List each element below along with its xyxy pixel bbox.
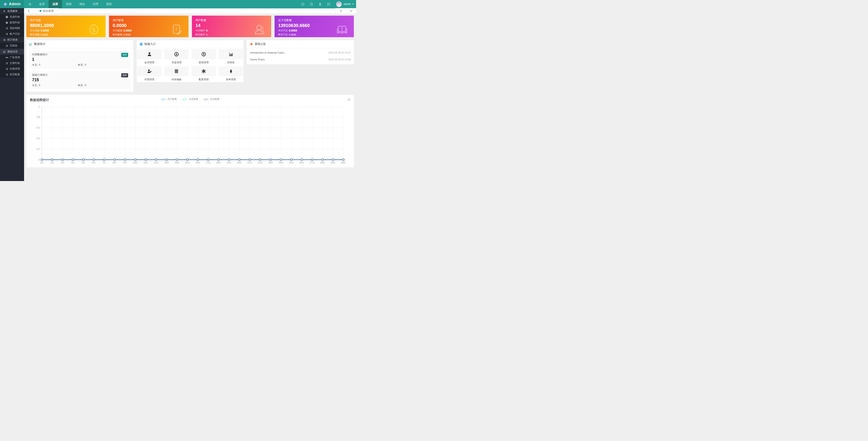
trend-chart-panel: 数据趋势统计 用户数量 充值数量 提现数量 00.20.40.60.811日2日… bbox=[26, 95, 354, 167]
svg-text:23日: 23日 bbox=[268, 161, 273, 164]
tab-scroll-right-button[interactable] bbox=[335, 8, 346, 13]
stat-card-row: 用户充值 88081.0000 今日充值0.0000 昨日充值0.0000 用户… bbox=[26, 15, 354, 37]
sidebar-item-category-management[interactable]: 分类管理 bbox=[0, 66, 24, 72]
sidebar-item-recharge-list[interactable]: 充值列表 bbox=[0, 14, 24, 20]
sidebar-group-basic-info[interactable]: 基础信息 bbox=[0, 49, 24, 55]
list-icon bbox=[3, 39, 6, 41]
download-icon bbox=[347, 98, 351, 101]
legend-marker bbox=[203, 98, 209, 100]
agent-count-stat: 代理数量统计 实时 1 今天:0 昨天:0 bbox=[29, 51, 131, 69]
svg-text:10日: 10日 bbox=[133, 161, 138, 164]
announcement-item[interactable]: Game Rules 2022-05-25 07:14:39 bbox=[250, 56, 351, 63]
list-icon bbox=[5, 68, 8, 70]
svg-text:6日: 6日 bbox=[92, 161, 96, 164]
chart-download-button[interactable] bbox=[347, 98, 351, 102]
svg-text:15日: 15日 bbox=[185, 161, 190, 164]
quick-entry-recharge[interactable]: 充值管理 bbox=[164, 49, 189, 64]
sidebar-subgroup: 日报表 bbox=[0, 43, 24, 49]
sidebar-item-account-log[interactable]: 账户日志 bbox=[0, 31, 24, 37]
top-navbar: Admin 会员 运营 游戏 地址 代理 系统 admin bbox=[0, 0, 356, 8]
svg-text:5日: 5日 bbox=[82, 161, 85, 164]
recharge-icon bbox=[174, 52, 179, 57]
quick-entry-withdraw[interactable]: 提现管理 bbox=[191, 49, 216, 64]
sidebar-item-transfer-detail[interactable]: 划转明细 bbox=[0, 25, 24, 31]
quick-entry-panel: 快捷入口 会员管理 充值管理 提现管理 日报表 代理管理 内容编辑 配置管理 菜… bbox=[137, 40, 244, 82]
refresh-icon bbox=[310, 2, 313, 6]
site-button[interactable] bbox=[299, 0, 307, 8]
sidebar-group-statistics[interactable]: 统计报表 bbox=[0, 37, 24, 43]
svg-text:16日: 16日 bbox=[195, 161, 200, 164]
user-outline-icon bbox=[253, 24, 265, 35]
list-icon bbox=[5, 27, 8, 30]
clear-cache-button[interactable] bbox=[316, 0, 324, 8]
hamburger-icon bbox=[28, 2, 31, 6]
list-icon bbox=[5, 62, 8, 65]
menu-tree-icon bbox=[228, 69, 234, 74]
svg-text:7日: 7日 bbox=[102, 161, 106, 164]
quick-entry-daily-report[interactable]: 日报表 bbox=[219, 49, 243, 64]
list-icon bbox=[5, 33, 8, 35]
dollar-icon bbox=[88, 24, 100, 35]
hexagon-icon bbox=[301, 2, 305, 6]
stat-card-user-recharge: 用户充值 88081.0000 今日充值0.0000 昨日充值0.0000 bbox=[26, 15, 105, 37]
nav-item-game[interactable]: 游戏 bbox=[62, 0, 75, 8]
quick-entry-agent[interactable]: 代理管理 bbox=[137, 66, 162, 81]
svg-text:0: 0 bbox=[38, 159, 40, 161]
fullscreen-button[interactable] bbox=[324, 0, 333, 8]
tab-home[interactable]: 后台首页 bbox=[34, 8, 59, 13]
svg-text:30日: 30日 bbox=[341, 161, 346, 164]
menu-collapse-button[interactable] bbox=[24, 0, 35, 8]
legend-recharge-count[interactable]: 充值数量 bbox=[182, 98, 198, 101]
legend-withdraw-count[interactable]: 提现数量 bbox=[203, 98, 220, 101]
sidebar-subgroup: 广告管理 文章列表 分类管理 语言配置 bbox=[0, 55, 24, 77]
svg-text:13日: 13日 bbox=[164, 161, 169, 164]
sidebar-item-language-config[interactable]: 语言配置 bbox=[0, 72, 24, 77]
svg-text:21日: 21日 bbox=[247, 161, 252, 164]
brand-name: Admin bbox=[9, 2, 21, 6]
panel-title: 数据统计 bbox=[34, 42, 45, 46]
app-logo[interactable]: Admin bbox=[0, 0, 24, 8]
sidebar-item-withdraw-list[interactable]: 提现列表 bbox=[0, 20, 24, 25]
avatar-image bbox=[336, 1, 342, 7]
svg-text:20日: 20日 bbox=[237, 161, 242, 164]
bitcoin-icon bbox=[3, 10, 6, 12]
tab-spacer bbox=[59, 8, 335, 13]
refresh-button[interactable] bbox=[307, 0, 316, 8]
quick-entry-config[interactable]: 配置管理 bbox=[191, 66, 216, 81]
svg-text:29日: 29日 bbox=[331, 161, 335, 164]
quick-entry-content[interactable]: 内容编辑 bbox=[164, 66, 189, 81]
agent-icon bbox=[147, 69, 152, 74]
sidebar-item-ad-management[interactable]: 广告管理 bbox=[0, 55, 24, 60]
user-menu[interactable]: admin bbox=[343, 2, 354, 6]
tab-menu-button[interactable] bbox=[346, 8, 356, 13]
game-order-stat: 游戏订单统计 实时 715 今天:0 昨天:0 bbox=[29, 71, 131, 89]
nav-item-address[interactable]: 地址 bbox=[75, 0, 89, 8]
nav-item-operation[interactable]: 运营 bbox=[49, 0, 62, 8]
user-avatar[interactable] bbox=[336, 1, 342, 7]
chevron-left-icon bbox=[28, 10, 30, 12]
tab-scroll-left-button[interactable] bbox=[24, 8, 34, 13]
svg-text:0.8: 0.8 bbox=[37, 116, 40, 118]
svg-text:3日: 3日 bbox=[61, 161, 64, 164]
svg-text:19日: 19日 bbox=[227, 161, 231, 164]
svg-text:12日: 12日 bbox=[154, 161, 158, 164]
svg-text:0.4: 0.4 bbox=[37, 137, 40, 140]
trend-line-chart: 00.20.40.60.811日2日3日4日5日6日7日8日9日10日11日12… bbox=[30, 104, 350, 166]
quick-entry-menu[interactable]: 菜单管理 bbox=[219, 66, 243, 81]
legend-user-count[interactable]: 用户数量 bbox=[161, 98, 177, 101]
quick-entry-member[interactable]: 会员管理 bbox=[137, 49, 162, 64]
announcement-panel: 系统公告 Introduction to Imperial Casin... 2… bbox=[247, 40, 354, 64]
svg-text:14日: 14日 bbox=[175, 161, 179, 164]
realtime-badge: 实时 bbox=[121, 53, 128, 57]
copy-icon bbox=[3, 50, 6, 53]
withdraw-icon bbox=[201, 52, 206, 57]
sidebar-item-article-list[interactable]: 文章列表 bbox=[0, 60, 24, 66]
nav-item-agent[interactable]: 代理 bbox=[89, 0, 102, 8]
sidebar-item-daily-report[interactable]: 日报表 bbox=[0, 43, 24, 48]
book-icon bbox=[336, 24, 348, 35]
report-icon bbox=[228, 52, 234, 57]
announcement-item[interactable]: Introduction to Imperial Casin... 2022-0… bbox=[250, 49, 351, 56]
sidebar-group-member-accounting[interactable]: 会员账务 bbox=[0, 8, 24, 14]
nav-item-system[interactable]: 系统 bbox=[102, 0, 116, 8]
nav-item-member[interactable]: 会员 bbox=[35, 0, 49, 8]
